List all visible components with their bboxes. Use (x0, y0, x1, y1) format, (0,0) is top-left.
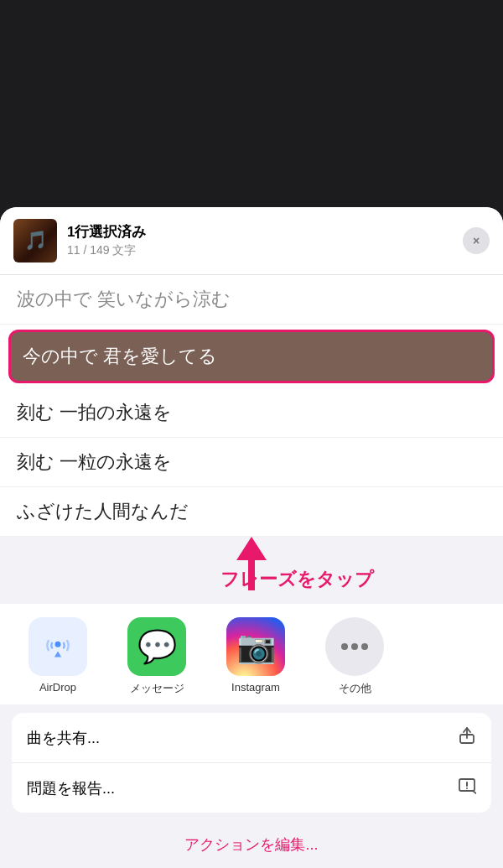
share-item-airdrop[interactable]: AirDrop (12, 617, 104, 696)
lyric-row-selected[interactable]: 今の中で 君を愛してる (8, 330, 495, 383)
airdrop-icon (40, 629, 75, 664)
more-label: その他 (339, 681, 371, 696)
more-dot-3 (361, 643, 368, 650)
action-share-song[interactable]: 曲を共有... (12, 713, 491, 763)
instagram-icon: 📷 (236, 628, 276, 665)
share-item-instagram[interactable]: 📷 Instagram (210, 617, 302, 696)
messages-icon: 💬 (137, 628, 177, 665)
edit-actions-button[interactable]: アクションを編集... (0, 821, 503, 868)
more-dot-1 (341, 643, 348, 650)
share-item-more[interactable]: その他 (309, 617, 401, 696)
instagram-label: Instagram (231, 681, 280, 694)
share-icons-row: AirDrop 💬 メッセージ 📷 Instagram (8, 617, 495, 696)
header-text: 1行選択済み 11 / 149 文字 (67, 223, 463, 258)
tap-label: フレーズをタップ (220, 567, 374, 592)
action-list: 曲を共有... 問題を報告... (12, 713, 491, 813)
report-icon (458, 777, 476, 799)
airdrop-icon-bg (29, 617, 87, 676)
sheet-subtitle: 11 / 149 文字 (67, 243, 463, 258)
svg-point-6 (466, 787, 468, 789)
instagram-icon-bg: 📷 (226, 617, 285, 676)
lyric-row-1[interactable]: 刻む 一拍の永遠を (0, 388, 503, 438)
arrow-head (236, 537, 267, 560)
share-song-label: 曲を共有... (27, 728, 100, 748)
sheet-title: 1行選択済み (67, 223, 463, 242)
airdrop-label: AirDrop (39, 681, 76, 694)
sheet-header: 🎵 1行選択済み 11 / 149 文字 × (0, 207, 503, 275)
lyric-row-2[interactable]: 刻む 一粒の永遠を (0, 438, 503, 487)
share-sheet: 🎵 1行選択済み 11 / 149 文字 × 波の中で 笑いながら涼む 今の中で… (0, 207, 503, 868)
close-button[interactable]: × (463, 227, 490, 254)
share-item-messages[interactable]: 💬 メッセージ (111, 617, 203, 696)
lyric-row-above[interactable]: 波の中で 笑いながら涼む (0, 275, 503, 325)
messages-label: メッセージ (130, 681, 184, 696)
more-icon-bg (325, 617, 384, 676)
messages-icon-bg: 💬 (127, 617, 186, 676)
more-dot-2 (351, 643, 358, 650)
close-icon: × (473, 234, 480, 247)
share-icons-section: AirDrop 💬 メッセージ 📷 Instagram (0, 604, 503, 704)
arrow-annotation: フレーズをタップ (0, 537, 503, 595)
report-problem-label: 問題を報告... (27, 778, 115, 798)
action-report-problem[interactable]: 問題を報告... (12, 763, 491, 813)
album-art: 🎵 (13, 219, 57, 262)
svg-point-1 (55, 642, 61, 647)
share-icon (458, 726, 476, 749)
lyrics-section: 波の中で 笑いながら涼む 今の中で 君を愛してる 刻む 一拍の永遠を 刻む 一粒… (0, 275, 503, 537)
lyric-row-3[interactable]: ふざけた人間なんだ (0, 487, 503, 537)
